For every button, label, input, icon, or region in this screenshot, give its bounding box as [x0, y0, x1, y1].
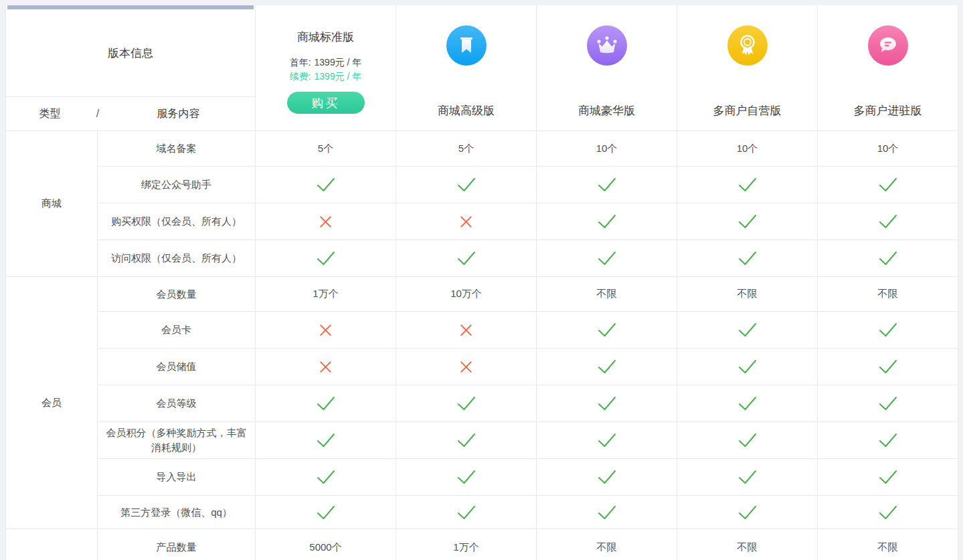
value-cell: 5个: [396, 131, 537, 167]
check-icon: [597, 395, 617, 411]
version-info-title: 版本信息: [6, 9, 255, 97]
chat-icon: [876, 34, 900, 57]
check-icon: [316, 504, 336, 521]
value-cell: [537, 167, 677, 203]
check-icon: [597, 504, 617, 521]
value-cell: [256, 385, 396, 422]
value-cell: [396, 312, 537, 349]
value-cell: [256, 240, 396, 277]
value-cell: [818, 240, 958, 277]
type-service-separator: /: [94, 108, 102, 120]
version-info-header: 版本信息 类型 / 服务内容: [6, 5, 256, 131]
renewal-label: 续费:: [290, 70, 311, 84]
value-cell: [537, 422, 677, 459]
crown-icon: [595, 34, 619, 57]
value-cell: 10万个: [396, 277, 537, 312]
category-cell: [6, 529, 98, 560]
value-cell: [677, 385, 818, 422]
plan-icon-circle: [868, 25, 908, 66]
value-cell: [396, 240, 537, 277]
feature-cell: 绑定公众号助手: [98, 167, 256, 203]
value-cell: [677, 167, 818, 203]
pricing-table: 版本信息 类型 / 服务内容 商城标准版 首年: 1399元 / 年 续费: 1…: [5, 5, 958, 560]
medal-icon: [736, 33, 759, 58]
check-icon: [737, 359, 758, 375]
plan-icon-circle: [727, 25, 768, 66]
feature-cell: 购买权限（仅会员、所有人）: [98, 203, 256, 240]
value-cell: [256, 167, 396, 203]
value-cell: 1万个: [396, 529, 537, 560]
plan-header-multi-settled: 多商户进驻版: [818, 5, 958, 131]
check-icon: [737, 322, 758, 338]
cross-icon: [460, 215, 472, 228]
value-cell: 5000个: [256, 529, 396, 560]
check-icon: [878, 469, 898, 485]
feature-cell: 第三方登录（微信、qq）: [98, 496, 256, 529]
plan-title: 商城标准版: [297, 29, 354, 45]
check-icon: [878, 177, 898, 193]
value-cell: 不限: [818, 529, 958, 560]
value-cell: [818, 459, 958, 496]
plan-header-standard: 商城标准版 首年: 1399元 / 年 续费: 1399元 / 年 购买: [256, 5, 396, 131]
check-icon: [316, 395, 336, 411]
value-cell: 5个: [256, 131, 396, 167]
value-cell: [396, 203, 537, 240]
renewal-value: 1399元 / 年: [315, 70, 362, 84]
feature-cell: 会员数量: [98, 277, 256, 312]
plan-prices: 首年: 1399元 / 年 续费: 1399元 / 年: [290, 56, 362, 84]
check-icon: [878, 395, 898, 411]
feature-cell: 导入导出: [98, 459, 256, 496]
check-icon: [737, 250, 758, 266]
cross-icon: [460, 324, 472, 337]
check-icon: [597, 469, 617, 485]
buy-button[interactable]: 购买: [287, 92, 365, 114]
value-cell: [818, 422, 958, 459]
check-icon: [316, 469, 336, 485]
value-cell: [256, 203, 396, 240]
value-text: 10个: [596, 143, 618, 155]
first-year-value: 1399元 / 年: [315, 56, 362, 70]
plan-title: 多商户进驻版: [854, 103, 922, 118]
value-text: 不限: [878, 288, 898, 300]
value-cell: [677, 240, 818, 277]
check-icon: [737, 469, 758, 485]
feature-cell: 会员卡: [98, 312, 256, 349]
value-cell: [818, 203, 958, 240]
plan-header-deluxe: 商城豪华版: [537, 5, 677, 131]
feature-cell: 域名备案: [98, 131, 256, 167]
cross-icon: [319, 324, 332, 337]
feature-cell: 会员积分（多种奖励方式，丰富消耗规则）: [98, 422, 256, 459]
check-icon: [316, 177, 336, 193]
value-text: 不限: [597, 541, 617, 554]
feature-cell: 产品数量: [98, 529, 256, 560]
check-icon: [737, 504, 758, 521]
value-cell: [396, 385, 537, 422]
plan-title: 多商户自营版: [713, 103, 782, 118]
check-icon: [878, 504, 898, 521]
value-cell: [677, 496, 818, 529]
value-text: 不限: [597, 288, 617, 300]
value-cell: 不限: [537, 277, 677, 312]
check-icon: [878, 359, 898, 375]
value-cell: [256, 349, 396, 385]
first-year-price-line: 首年: 1399元 / 年: [290, 56, 362, 70]
value-cell: [818, 312, 958, 349]
check-icon: [878, 432, 898, 448]
value-cell: [818, 385, 958, 422]
value-cell: [677, 459, 818, 496]
feature-cell: 会员等级: [98, 385, 256, 422]
check-icon: [597, 250, 617, 266]
value-cell: [677, 312, 818, 349]
check-icon: [737, 432, 758, 448]
value-cell: 10个: [818, 131, 958, 167]
check-icon: [878, 322, 898, 338]
value-text: 1万个: [313, 288, 338, 300]
check-icon: [878, 213, 898, 229]
value-cell: [537, 203, 677, 240]
value-cell: [256, 496, 396, 529]
value-cell: 不限: [677, 529, 818, 560]
value-text: 10个: [737, 143, 758, 155]
check-icon: [878, 250, 898, 266]
value-cell: [677, 203, 818, 240]
value-text: 10万个: [450, 288, 482, 300]
